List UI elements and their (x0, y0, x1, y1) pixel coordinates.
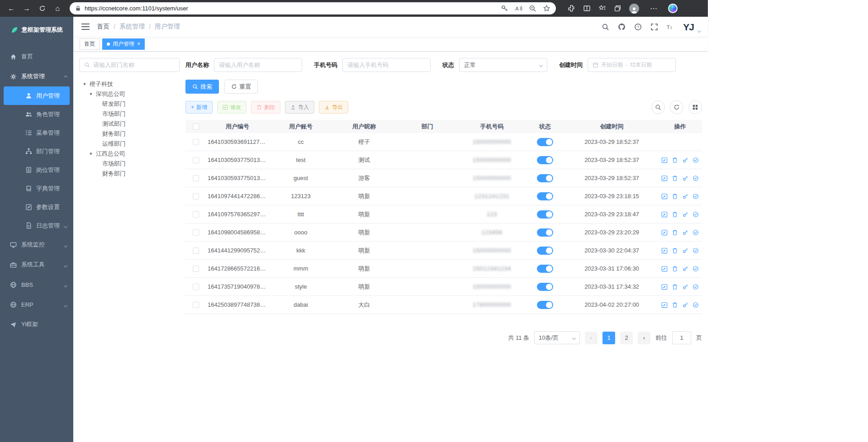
sidebar-item-parameter-settings[interactable]: 参数设置 (0, 198, 73, 216)
split-screen-icon[interactable] (583, 5, 591, 12)
sidebar-item-yi-framework[interactable]: Yi框架 (0, 314, 73, 334)
reset-password-action-icon[interactable] (682, 247, 688, 254)
sidebar-item-post-management[interactable]: 岗位管理 (0, 161, 73, 179)
header-search-icon[interactable] (602, 23, 609, 31)
assign-role-action-icon[interactable] (693, 193, 699, 200)
collections-icon[interactable] (614, 5, 621, 12)
delete-action-icon[interactable] (672, 266, 678, 272)
app-logo[interactable]: 意框架管理系统 (0, 17, 73, 43)
delete-action-icon[interactable] (672, 229, 678, 236)
row-checkbox[interactable] (193, 211, 199, 218)
help-icon[interactable]: ? (634, 23, 642, 31)
assign-role-action-icon[interactable] (693, 157, 699, 163)
fullscreen-icon[interactable] (650, 23, 658, 31)
font-size-icon[interactable]: Tt (667, 23, 674, 31)
profile-avatar[interactable] (629, 4, 639, 14)
reset-password-action-icon[interactable] (682, 193, 688, 200)
row-checkbox[interactable] (193, 157, 199, 163)
tree-node[interactable]: ▼ 运维部门 (79, 139, 180, 149)
date-range-picker[interactable]: 开始日期 - 结束日期 (588, 58, 676, 72)
sidebar-item-home[interactable]: 首页 (0, 47, 73, 67)
tree-node[interactable]: ▼ 江西总公司 (79, 149, 180, 159)
status-toggle[interactable] (537, 156, 553, 164)
sidebar-item-bbs[interactable]: BBS (0, 275, 73, 295)
assign-role-action-icon[interactable] (693, 302, 699, 308)
edit-action-icon[interactable] (661, 157, 668, 163)
edit-action-icon[interactable] (661, 266, 668, 272)
status-select[interactable]: 正常 (459, 58, 547, 72)
status-toggle[interactable] (537, 138, 553, 146)
assign-role-action-icon[interactable] (693, 247, 699, 254)
zoom-out-icon[interactable] (529, 5, 536, 12)
department-search-box[interactable] (79, 58, 180, 72)
sidebar-item-menu-management[interactable]: 菜单管理 (0, 124, 73, 142)
department-search-input[interactable] (93, 62, 175, 68)
delete-action-icon[interactable] (672, 157, 678, 163)
url-input[interactable] (85, 5, 497, 12)
delete-action-icon[interactable] (672, 193, 678, 200)
reset-password-action-icon[interactable] (682, 266, 688, 272)
delete-action-icon[interactable] (672, 247, 678, 254)
sidebar-item-dict-management[interactable]: 字典管理 (0, 179, 73, 198)
delete-button[interactable]: 删除 (251, 101, 280, 114)
edit-action-icon[interactable] (661, 193, 668, 200)
assign-role-action-icon[interactable] (693, 211, 699, 218)
sidebar-item-system-monitor[interactable]: 系统监控 (0, 235, 73, 255)
sidebar-item-dept-management[interactable]: 部门管理 (0, 142, 73, 161)
assign-role-action-icon[interactable] (693, 266, 699, 272)
sidebar-item-role-management[interactable]: 角色管理 (0, 105, 73, 124)
row-checkbox[interactable] (193, 266, 199, 272)
import-button[interactable]: 导入 (285, 101, 314, 114)
page-button-1[interactable]: 1 (602, 332, 615, 344)
next-page-button[interactable]: › (638, 332, 650, 344)
close-icon[interactable]: × (137, 41, 140, 47)
hamburger-icon[interactable] (81, 22, 90, 32)
reset-password-action-icon[interactable] (682, 157, 688, 163)
back-button[interactable]: ← (5, 2, 18, 15)
page-button-2[interactable]: 2 (620, 332, 633, 344)
chevron-down-icon[interactable] (698, 26, 701, 34)
delete-action-icon[interactable] (672, 302, 678, 308)
row-checkbox[interactable] (193, 284, 199, 290)
reset-password-action-icon[interactable] (682, 284, 688, 290)
edit-action-icon[interactable] (661, 247, 668, 254)
tree-node[interactable]: ▼ 测试部门 (79, 119, 180, 129)
tree-node[interactable]: ▼ 橙子科技 (79, 79, 180, 89)
sidebar-item-system-tools[interactable]: 系统工具 (0, 255, 73, 275)
edit-action-icon[interactable] (661, 302, 668, 308)
page-size-select[interactable]: 10条/页 (534, 331, 580, 344)
tree-node[interactable]: ▼ 市场部门 (79, 109, 180, 119)
toggle-search-button[interactable] (651, 100, 665, 114)
status-toggle[interactable] (537, 301, 553, 309)
caret-down-icon[interactable]: ▼ (88, 92, 94, 96)
reset-button[interactable]: 重置 (224, 80, 258, 94)
read-aloud-icon[interactable]: A (515, 5, 522, 12)
forward-button[interactable]: → (20, 2, 33, 15)
assign-role-action-icon[interactable] (693, 284, 699, 290)
status-toggle[interactable] (537, 192, 553, 200)
sidebar-item-erp[interactable]: ERP (0, 295, 73, 314)
row-checkbox[interactable] (193, 175, 199, 181)
delete-action-icon[interactable] (672, 211, 678, 218)
reset-password-action-icon[interactable] (682, 211, 688, 218)
assign-role-action-icon[interactable] (693, 229, 699, 236)
breadcrumb-home[interactable]: 首页 (97, 23, 109, 31)
tree-node[interactable]: ▼ 财务部门 (79, 169, 180, 179)
password-key-icon[interactable] (501, 5, 508, 12)
edit-button[interactable]: 修改 (217, 101, 247, 114)
tree-node[interactable]: ▼ 研发部门 (79, 99, 180, 109)
column-settings-button[interactable] (688, 100, 702, 114)
phone-input[interactable] (347, 62, 426, 68)
row-checkbox[interactable] (193, 302, 199, 308)
reset-password-action-icon[interactable] (682, 175, 688, 181)
delete-action-icon[interactable] (672, 175, 678, 181)
edit-action-icon[interactable] (661, 211, 668, 218)
row-checkbox[interactable] (193, 229, 199, 236)
tree-node[interactable]: ▼ 市场部门 (79, 159, 180, 169)
sidebar-item-log-management[interactable]: 日志管理 (0, 216, 73, 235)
sidebar-item-user-management[interactable]: 用户管理 (4, 86, 70, 105)
copilot-icon[interactable] (668, 4, 678, 13)
status-toggle[interactable] (537, 265, 553, 273)
reset-password-action-icon[interactable] (682, 302, 688, 308)
status-toggle[interactable] (537, 283, 553, 291)
